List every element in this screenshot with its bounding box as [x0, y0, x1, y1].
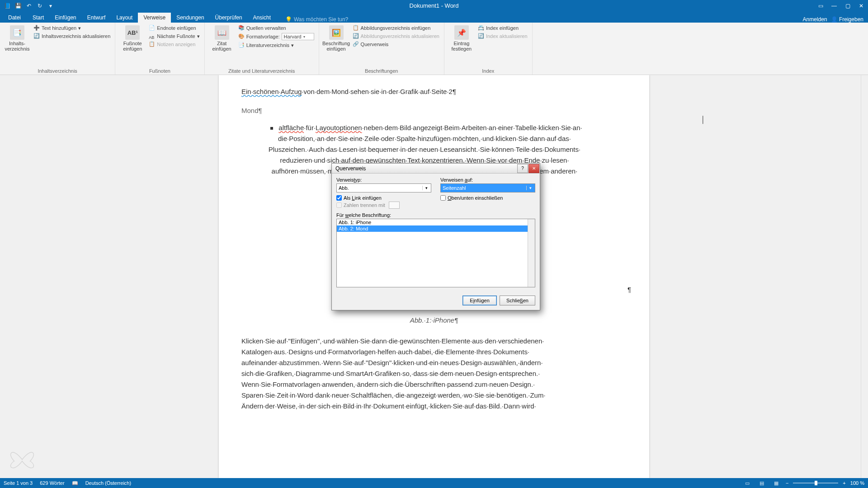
tell-me-search[interactable]: 💡 Was möchten Sie tun? [285, 16, 348, 23]
undo-icon[interactable]: ↶ [25, 2, 33, 9]
dialog-titlebar[interactable]: Querverweis ? ✕ [332, 164, 540, 174]
zoom-level[interactable]: 100 % [850, 480, 864, 486]
insert-index-label: Index einfügen [486, 25, 519, 31]
tab-ansicht[interactable]: Ansicht [248, 13, 276, 23]
update-index-icon: 🔄 [478, 33, 484, 39]
bibliography-button[interactable]: 📑Literaturverzeichnis ▾ [237, 42, 315, 49]
group-captions-label: Beschriftungen [323, 67, 440, 74]
view-read-icon[interactable]: ▭ [742, 479, 752, 487]
tab-entwurf[interactable]: Entwurf [82, 13, 111, 23]
as-link-checkbox[interactable]: Als Link einfügen [336, 195, 431, 201]
update-fig-label: Abbildungsverzeichnis aktualisieren [361, 33, 439, 39]
list-item[interactable]: Abb. 2: Mond [337, 225, 535, 232]
update-toc-icon: 🔄 [33, 33, 40, 39]
insert-citation-label: Zitat einfügen [212, 41, 231, 52]
mark-entry-button[interactable]: 📌 Eintrag festlegen [448, 23, 475, 53]
insert-caption-label: Beschriftung einfügen [322, 41, 350, 52]
tab-start[interactable]: Start [27, 13, 49, 23]
list-scrollbar[interactable] [528, 219, 535, 287]
insert-endnote-button[interactable]: 📄Endnote einfügen [148, 24, 200, 32]
doc-line1: Ein·schönen·Aufzug·von·dem·Mond·sehen·si… [241, 86, 627, 97]
above-below-checkbox[interactable]: Oben/unten einschließen [440, 195, 535, 201]
zoom-thumb[interactable] [815, 481, 817, 485]
insert-fig-index-label: Abbildungsverzeichnis einfügen [361, 25, 431, 31]
above-below-check-input[interactable] [440, 195, 446, 201]
close-icon[interactable]: ✕ [854, 0, 868, 11]
minimize-icon[interactable]: — [827, 0, 841, 11]
dialog-close-icon[interactable]: ✕ [528, 164, 539, 173]
redo-icon[interactable]: ↻ [36, 2, 43, 9]
pilcrow-mark: ¶ [627, 284, 631, 295]
group-index-label: Index [448, 67, 528, 74]
citation-icon: 📖 [215, 25, 229, 40]
show-notes-button: 📋Notizen anzeigen [148, 41, 200, 48]
view-print-icon[interactable]: ▤ [757, 479, 767, 487]
mark-entry-label: Eintrag festlegen [452, 41, 472, 52]
update-index-label: Index aktualisieren [486, 33, 528, 39]
style-icon: 🎨 [238, 33, 245, 40]
title-bar: 📘 💾 ↶ ↻ ▾ Dokument1 - Word ▭ — ▢ ✕ [0, 0, 868, 11]
manage-sources-button[interactable]: 📚Quellen verwalten [237, 24, 315, 32]
insert-citation-button[interactable]: 📖 Zitat einfügen [208, 23, 236, 53]
crossref-button[interactable]: 🔗Querverweis [352, 41, 440, 48]
doc-caption: Abb.·1:·iPhone¶ [241, 315, 627, 326]
dialog-title-text: Querverweis [335, 165, 366, 172]
doc-heading-mond: Mond¶ [241, 105, 627, 116]
qat-more-icon[interactable]: ▾ [47, 2, 54, 9]
zoom-slider[interactable] [793, 483, 838, 483]
type-combo[interactable]: Abb. [336, 183, 431, 192]
signin-link[interactable]: Anmelden [803, 16, 827, 23]
crossref-dialog: Querverweis ? ✕ Verweistyp: Abb. Verweis… [331, 163, 540, 310]
doc-line1-b: ·von·dem·Mond·sehen·sie·in·der·Grafik·au… [302, 88, 456, 95]
close-button[interactable]: Schließen [500, 296, 535, 305]
crossref-label: Querverweis [361, 42, 389, 47]
tab-verweise[interactable]: Verweise [138, 13, 171, 23]
endnote-icon: 📄 [149, 25, 155, 31]
tab-ueberpruefen[interactable]: Überprüfen [210, 13, 248, 23]
tab-sendungen[interactable]: Sendungen [171, 13, 209, 23]
type-label: Verweistyp: [336, 177, 431, 183]
refto-combo[interactable]: Seitenzahl [440, 183, 535, 192]
tab-file[interactable]: Datei [2, 13, 27, 23]
toc-button[interactable]: 📑 Inhalts- verzeichnis [4, 23, 31, 53]
footnote-ab-icon: AB¹ [125, 25, 140, 40]
next-footnote-button[interactable]: ABNächste Fußnote ▾ [148, 33, 200, 40]
tell-me-label: Was möchten Sie tun? [294, 16, 348, 23]
zoom-in-icon[interactable]: + [843, 480, 845, 486]
dialog-help-icon[interactable]: ? [517, 164, 528, 173]
refto-label: Verweisen auf: [440, 177, 535, 183]
tab-layout[interactable]: Layout [111, 13, 138, 23]
status-language[interactable]: Deutsch (Österreich) [85, 480, 131, 486]
manage-sources-label: Quellen verwalten [246, 25, 286, 31]
vertical-scrollbar[interactable] [861, 75, 868, 478]
insert-footnote-button[interactable]: AB¹ Fußnote einfügen [119, 23, 146, 53]
view-web-icon[interactable]: ▦ [771, 479, 781, 487]
next-footnote-label: Nächste Fußnote [157, 33, 195, 39]
word-icon: 📘 [4, 2, 11, 9]
tab-einfuegen[interactable]: Einfügen [49, 13, 81, 23]
save-icon[interactable]: 💾 [14, 2, 22, 9]
insert-button[interactable]: Einfügen [462, 296, 497, 305]
ribbon-display-icon[interactable]: ▭ [814, 0, 827, 11]
insert-caption-button[interactable]: 🖼️ Beschriftung einfügen [323, 23, 350, 53]
as-link-check-input[interactable] [336, 195, 342, 201]
share-button[interactable]: 👤 Freigeben [831, 16, 863, 23]
add-text-button[interactable]: ➕Text hinzufügen ▾ [33, 24, 111, 32]
insert-fig-index-button[interactable]: 📋Abbildungsverzeichnis einfügen [352, 24, 440, 32]
insert-button-label: Einfügen [470, 298, 489, 303]
above-below-label: Oben/unten einschließen [448, 195, 503, 201]
doc-line1-a: Ein·schönen·Aufzug [241, 88, 302, 95]
insert-footnote-label: Fußnote einfügen [123, 41, 142, 52]
status-proofing-icon[interactable]: 📖 [72, 480, 78, 486]
status-page[interactable]: Seite 1 von 3 [4, 480, 33, 486]
citation-style-combo[interactable]: Harvard [282, 33, 314, 40]
status-words[interactable]: 629 Wörter [40, 480, 64, 486]
status-bar: Seite 1 von 3 629 Wörter 📖 Deutsch (Öste… [0, 478, 868, 488]
maximize-icon[interactable]: ▢ [841, 0, 854, 11]
zoom-out-icon[interactable]: − [786, 480, 788, 486]
sep-numbers-label: Zahlen trennen mit [344, 202, 385, 208]
update-toc-button[interactable]: 🔄Inhaltsverzeichnis aktualisieren [33, 33, 111, 40]
insert-index-button[interactable]: 📇Index einfügen [477, 24, 528, 32]
list-item[interactable]: Abb. 1: iPhone [337, 219, 535, 225]
caption-list[interactable]: Abb. 1: iPhone Abb. 2: Mond [336, 219, 535, 287]
